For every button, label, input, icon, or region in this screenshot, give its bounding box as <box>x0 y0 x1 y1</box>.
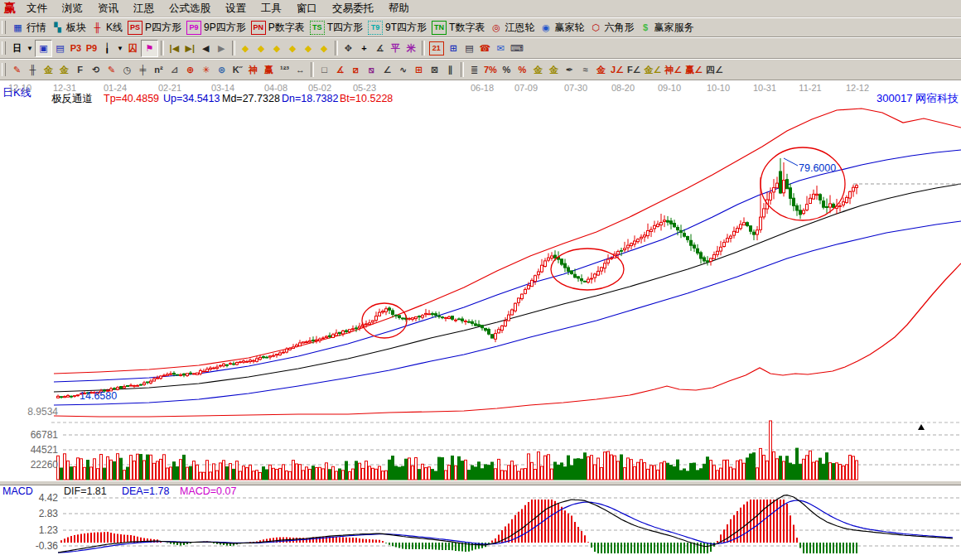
hexagon-button[interactable]: ⬡六角形 <box>587 19 636 36</box>
k-quote-tool[interactable]: K˝ <box>229 61 245 78</box>
si-angle-tool[interactable]: 四∠ <box>704 61 725 78</box>
period-selector[interactable]: 日▼ <box>9 40 35 56</box>
crosshair-tool-button[interactable]: + <box>356 40 372 56</box>
p-square-button[interactable]: PSP四方形 <box>125 19 184 36</box>
gold-circle-tool[interactable]: 金 <box>530 61 546 78</box>
menu-item-5[interactable]: 设置 <box>218 1 254 17</box>
span-arrow-tool[interactable]: ↔ <box>292 61 308 78</box>
j-angle-tool[interactable]: J∠ <box>609 61 625 78</box>
win-ruler-tool[interactable]: 赢 <box>261 61 277 78</box>
spiral-tool[interactable]: ⟲ <box>88 61 104 78</box>
p9-chart-button[interactable]: P9 <box>84 40 99 56</box>
angle-lines-tool[interactable]: ∠ <box>379 61 395 78</box>
candle-style-selector[interactable]: ╽▼ <box>99 40 125 56</box>
winner-service-button[interactable]: $赢家服务 <box>636 19 696 36</box>
gann-text-tool-button[interactable]: 平 <box>388 40 403 56</box>
paper-angle-tool[interactable]: ⊿ <box>167 61 182 78</box>
percent-tool[interactable]: % <box>499 61 514 78</box>
calendar-button[interactable]: 21 <box>427 40 446 56</box>
chart-window-toggle[interactable]: ▣ <box>35 40 52 57</box>
red-pen-tool[interactable]: ✎ <box>104 61 119 78</box>
percent7-tool[interactable]: 7% <box>482 61 499 78</box>
menu-item-2[interactable]: 资讯 <box>90 1 126 17</box>
wave-tool[interactable]: ≈ <box>577 61 593 78</box>
indicator-up-value: Up=34.5413 <box>163 93 220 104</box>
menu-item-4[interactable]: 公式选股 <box>162 1 218 17</box>
zigzag-tool[interactable]: ∿ <box>395 61 411 78</box>
radial-web-tool[interactable]: ✳ <box>198 61 214 78</box>
menu-item-6[interactable]: 工具 <box>254 1 289 17</box>
annotation-pointer-line <box>784 158 798 166</box>
phone-button[interactable]: ☎ <box>477 40 493 56</box>
f-ruler-tool[interactable]: F <box>72 61 88 78</box>
win-angle-tool[interactable]: 赢∠ <box>683 61 704 78</box>
chart-canvas[interactable]: 日K线 12-1012-3101-2402-2103-1404-0805-020… <box>0 80 961 560</box>
pan-tool-button[interactable]: ✥ <box>340 40 356 56</box>
9p-square-button[interactable]: P99P四方形 <box>184 19 249 36</box>
gold-ruler-tool[interactable]: 金 <box>41 61 56 78</box>
ink-pen-tool[interactable]: ✒ <box>562 61 577 78</box>
9t-square-button[interactable]: T99T四方形 <box>365 19 429 36</box>
gold-line-tool[interactable]: 金 <box>546 61 562 78</box>
number-ruler-tool[interactable]: ¹²³ <box>277 61 292 78</box>
diamond-expand-button[interactable]: ◆ <box>301 40 316 56</box>
t-square-button[interactable]: TST四方形 <box>307 19 365 36</box>
t-table-button[interactable]: TNT数字表 <box>429 19 487 36</box>
gold-redline-tool[interactable]: 金 <box>593 61 609 78</box>
menu-item-8[interactable]: 交易委托 <box>325 1 381 17</box>
next-bar-button[interactable]: ▶ <box>214 40 229 56</box>
notes-button[interactable]: ▤ <box>461 40 477 56</box>
quotes-button[interactable]: ▦行情 <box>9 19 49 36</box>
boxed-fan-tool[interactable]: ⧄ <box>348 61 364 78</box>
menu-item-1[interactable]: 浏览 <box>55 1 90 17</box>
price-scale-tool[interactable]: ≣ <box>466 61 482 78</box>
p3-chart-button[interactable]: P3 <box>68 40 84 56</box>
prev-bar-button[interactable]: ◀ <box>198 40 214 56</box>
kline-button[interactable]: ╫K线 <box>89 19 125 36</box>
percent-line-tool[interactable]: % <box>514 61 530 78</box>
boxed-web-tool[interactable]: ⊛ <box>214 61 229 78</box>
winner-wheel-button[interactable]: ◉赢家轮 <box>537 19 587 36</box>
grid-tool[interactable]: ⊞ <box>411 61 427 78</box>
gold-ruler-tool-icon: 金 <box>42 64 55 76</box>
menu-item-3[interactable]: 江恩 <box>126 1 162 17</box>
last-bar-button-icon: ▶| <box>184 42 196 55</box>
pattern-window-button[interactable]: 囚 <box>125 40 141 56</box>
remote-pc-button[interactable]: ⌨ <box>509 40 525 56</box>
shen-angle-tool[interactable]: 神∠ <box>663 61 683 78</box>
gann-fan-tool[interactable]: ∡ <box>332 61 348 78</box>
diamond-up-button[interactable]: ◆ <box>269 40 285 56</box>
menu-item-9[interactable]: 帮助 <box>381 1 417 17</box>
first-bar-button[interactable]: |◀ <box>167 40 182 56</box>
gold-ruler2-tool[interactable]: 金 <box>56 61 72 78</box>
menu-item-0[interactable]: 文件 <box>19 1 55 17</box>
pen-tool[interactable]: ✎ <box>9 61 25 78</box>
gold-angle-tool[interactable]: 金∠ <box>642 61 663 78</box>
circle-crosshair-tool[interactable]: ⊕ <box>182 61 198 78</box>
menu-item-7[interactable]: 窗口 <box>289 1 325 17</box>
diamond-down-button[interactable]: ◆ <box>285 40 301 56</box>
gann-web-tool-button[interactable]: 米 <box>403 40 419 56</box>
mail-button[interactable]: ✉ <box>493 40 509 56</box>
diamond-right-button[interactable]: ◆ <box>254 40 269 56</box>
shen-ruler-tool[interactable]: 神 <box>245 61 261 78</box>
info-view-button[interactable]: ▤ <box>52 40 68 56</box>
angle-measure-button[interactable]: ∡ <box>372 40 388 56</box>
sectors-button[interactable]: ▚板块 <box>49 19 89 36</box>
time-circle-tool[interactable]: ◷ <box>119 61 135 78</box>
data-table-button[interactable]: ⊞ <box>446 40 461 56</box>
box-tool[interactable]: □ <box>316 61 332 78</box>
grid-arrow-tool[interactable]: ⊠ <box>427 61 442 78</box>
tick-ruler-tool[interactable]: ╫ <box>25 61 41 78</box>
gann-wheel-button[interactable]: ◎江恩轮 <box>487 19 537 36</box>
diamond-left-button[interactable]: ◆ <box>238 40 254 56</box>
parallel-lines-tool[interactable]: ∥ <box>442 61 458 78</box>
last-bar-button[interactable]: ▶| <box>182 40 198 56</box>
diamond-center-button[interactable]: ◆ <box>316 40 332 56</box>
flag-overlay-toggle[interactable]: ⚑ <box>141 40 158 57</box>
f-angle-tool[interactable]: F∠ <box>625 61 643 78</box>
filled-fan-tool[interactable]: ⧅ <box>364 61 379 78</box>
p-table-button[interactable]: PNP数字表 <box>249 19 307 36</box>
n2-ruler-tool[interactable]: n² <box>151 61 167 78</box>
fine-ruler-tool[interactable]: ╪ <box>135 61 151 78</box>
